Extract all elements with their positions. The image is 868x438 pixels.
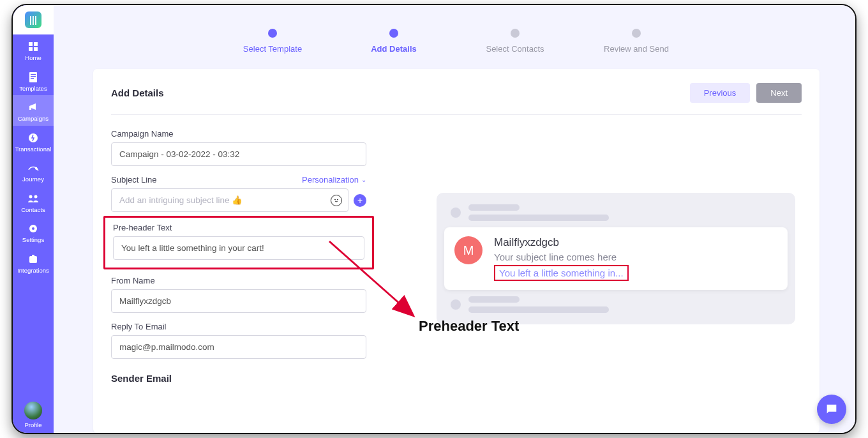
details-card: Add Details Previous Next Campaign Name … [93,69,819,433]
step-label: Review and Send [604,44,669,54]
profile-label: Profile [25,422,42,428]
preview-avatar: M [454,236,483,264]
skeleton-bar [468,306,609,313]
sidebar-item-journey[interactable]: Journey [13,156,54,186]
annotation-label: Preheader Text [419,318,519,335]
step-label: Select Contacts [486,44,544,54]
reply-to-group: Reply To Email [111,322,366,359]
step-review-send[interactable]: Review and Send [576,29,697,54]
preheader-highlight: Pre-header Text [103,216,374,269]
sidebar-item-label: Templates [19,86,47,92]
add-subject-button[interactable]: + [354,194,366,207]
skeleton-bar [468,296,520,303]
sidebar-item-label: Transactional [15,146,52,153]
sidebar-item-label: Home [25,55,41,61]
sidebar-item-settings[interactable]: Settings [13,216,54,247]
svg-rect-4 [29,72,37,82]
main-area: Select Template Add Details Select Conta… [54,5,855,433]
previous-button[interactable]: Previous [690,83,751,103]
campaigns-icon [27,102,39,113]
emoji-picker-icon[interactable] [331,195,342,206]
svg-rect-15 [32,255,34,257]
gear-icon [27,223,39,234]
step-select-contacts[interactable]: Select Contacts [454,29,576,54]
chat-icon [825,402,839,416]
logo[interactable]: ||| [13,5,54,34]
sender-email-heading: Sender Email [111,373,366,384]
templates-icon [27,72,39,83]
sidebar-item-label: Contacts [21,207,45,213]
stepper: Select Template Add Details Select Conta… [54,5,855,63]
preview-avatar-letter: M [463,243,474,258]
transactional-icon [27,132,39,144]
campaign-name-label: Campaign Name [111,129,366,139]
sidebar: ||| Home Templates Campaigns [13,5,54,433]
sidebar-item-home[interactable]: Home [13,34,54,65]
sidebar-item-label: Settings [22,237,44,243]
subject-line-group: Subject Line Personalization ⌄ [111,175,366,212]
svg-point-11 [34,195,38,198]
sidebar-item-label: Journey [22,176,44,183]
sidebar-item-contacts[interactable]: Contacts [13,186,54,217]
campaign-name-input[interactable] [111,142,366,166]
step-label: Add Details [371,44,417,54]
svg-rect-7 [31,78,34,79]
card-title: Add Details [111,87,164,98]
svg-rect-5 [31,74,36,75]
svg-rect-1 [34,42,38,46]
sidebar-item-campaigns[interactable]: Campaigns [13,95,54,126]
skeleton-avatar-icon [451,299,461,310]
preview-column: M Mailflyxzdgcb Your subject line comes … [437,129,802,384]
subject-line-label: Subject Line [111,175,157,185]
preview-subject-line: Your subject line comes here [494,252,629,262]
personalization-label: Personalization [302,175,359,185]
sidebar-item-transactional[interactable]: Transactional [13,126,54,156]
from-name-group: From Name [111,276,366,313]
svg-point-13 [32,227,34,230]
skeleton-row [444,202,788,223]
personalization-link[interactable]: Personalization ⌄ [302,175,366,185]
chat-button[interactable] [817,395,846,424]
svg-point-16 [335,199,336,200]
preheader-input[interactable] [113,236,364,260]
contacts-icon [27,193,39,204]
step-add-details[interactable]: Add Details [333,29,454,54]
svg-rect-2 [29,47,33,51]
step-dot-icon [268,29,277,38]
journey-icon [27,162,39,174]
email-preview: M Mailflyxzdgcb Your subject line comes … [437,193,795,324]
app-frame: ||| Home Templates Campaigns [11,4,857,434]
step-dot-icon [389,29,398,38]
sidebar-item-label: Campaigns [18,116,49,122]
svg-rect-8 [29,107,31,110]
skeleton-avatar-icon [451,208,461,218]
campaign-name-group: Campaign Name [111,129,366,166]
svg-rect-0 [29,42,33,46]
step-label: Select Template [243,44,302,54]
content-row: Campaign Name Subject Line Personalizati… [111,115,802,384]
svg-rect-3 [34,47,38,51]
from-name-label: From Name [111,276,366,285]
sidebar-profile[interactable]: Profile [13,402,54,428]
reply-to-input[interactable] [111,335,366,359]
chevron-down-icon: ⌄ [361,176,366,183]
svg-point-17 [338,199,338,200]
sidebar-item-label: Integrations [17,268,49,274]
step-dot-icon [511,29,520,38]
step-select-template[interactable]: Select Template [212,29,333,54]
preview-preheader-highlight: You left a little something in... [494,265,629,281]
preview-card: M Mailflyxzdgcb Your subject line comes … [444,227,788,290]
sidebar-item-integrations[interactable]: Integrations [13,247,54,278]
from-name-input[interactable] [111,289,366,313]
reply-to-label: Reply To Email [111,322,366,331]
preheader-label: Pre-header Text [113,223,364,232]
sidebar-item-templates[interactable]: Templates [13,65,54,96]
subject-line-input[interactable] [111,188,348,212]
next-button[interactable]: Next [756,83,802,103]
integrations-icon [27,253,39,265]
skeleton-row [444,294,788,315]
skeleton-bar [468,204,520,211]
skeleton-bar [468,215,609,221]
avatar [24,402,42,419]
nav-items: Home Templates Campaigns Transactional [13,34,54,277]
